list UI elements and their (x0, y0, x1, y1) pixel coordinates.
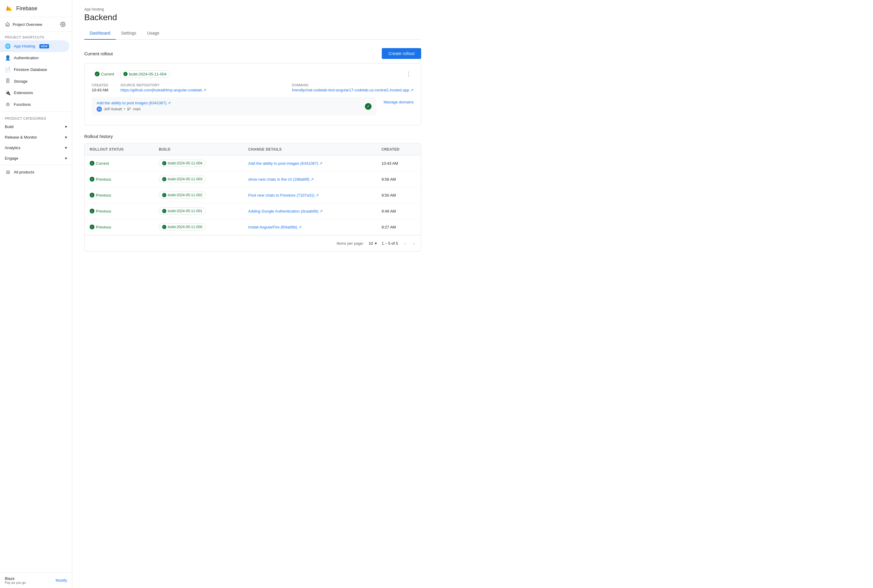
change-link[interactable]: show new chats in the UI (198a89f) ↗ (248, 177, 314, 182)
build-check-icon: ✓ (123, 72, 128, 76)
change-link[interactable]: Post new chats to Firestore (7107a31) ↗ (248, 193, 319, 198)
build-chip: ✓ build-2024-05-11-002 (159, 192, 206, 199)
sidebar-category-analytics[interactable]: Analytics ▾ (0, 142, 72, 153)
sidebar-category-release[interactable]: Release & Monitor ▾ (0, 132, 72, 142)
check-icon: ✓ (90, 161, 95, 166)
sidebar-item-extensions[interactable]: 🔌 Extensions (0, 87, 69, 99)
check-icon: ✓ (90, 193, 95, 198)
project-overview-link[interactable]: Project Overview (5, 22, 42, 27)
cell-status-4: ✓ Previous (85, 219, 154, 235)
check-icon: ✓ (90, 208, 95, 213)
home-icon (5, 22, 10, 27)
sidebar-category-label-analytics: Analytics (5, 146, 21, 150)
change-link[interactable]: Adding Google Authentication (dcaab0b) ↗ (248, 209, 323, 213)
sidebar-category-build[interactable]: Build ▾ (0, 122, 72, 132)
current-rollout-card: ✓ Current ✓ build-2024-05-11-004 ⋮ Creat… (84, 63, 421, 125)
sidebar-item-authentication[interactable]: 👤 Authentication (0, 52, 69, 64)
project-overview-row[interactable]: Project Overview (0, 17, 72, 32)
cell-status-2: ✓ Previous (85, 187, 154, 203)
page-title: Backend (84, 13, 421, 22)
items-per-page-select[interactable]: 10 ▾ (368, 241, 377, 246)
app-name: Firebase (16, 5, 37, 12)
breadcrumb: App Hosting (84, 7, 421, 11)
svg-point-1 (128, 108, 128, 108)
items-per-page-label: Items per page: (337, 241, 364, 246)
sidebar-item-label-functions: Functions (14, 102, 31, 107)
build-check-icon: ✓ (162, 225, 166, 229)
status-text: ✓ Previous (90, 208, 111, 213)
source-repo-label: Source repository (120, 83, 206, 87)
firestore-icon: 📄 (5, 67, 11, 72)
pagination-next-button[interactable]: › (412, 239, 416, 248)
col-build: Build (154, 144, 243, 155)
tab-settings[interactable]: Settings (116, 27, 142, 40)
cell-build-2: ✓ build-2024-05-11-002 (154, 187, 243, 203)
items-per-page-chevron: ▾ (375, 241, 377, 246)
commit-author: Jeff Huleatt (104, 107, 122, 111)
sidebar-item-all-products[interactable]: ⊞ All products (0, 166, 69, 178)
build-check-icon: ✓ (162, 161, 166, 165)
sidebar-item-firestore[interactable]: 📄 Firestore Database (0, 64, 69, 75)
card-top-row: ✓ Current ✓ build-2024-05-11-004 ⋮ (92, 69, 414, 78)
card-status-row: ✓ Current ✓ build-2024-05-11-004 (92, 70, 170, 78)
domains-meta: Domains friendlychat-codelab-test-angula… (292, 83, 414, 92)
cell-build-4: ✓ build-2024-05-11-000 (154, 219, 243, 235)
build-chip: ✓ build-2024-05-11-000 (159, 224, 206, 231)
plan-label: Blaze (5, 576, 26, 581)
cell-status-3: ✓ Previous (85, 203, 154, 219)
commit-info: Add the ability to post images (6341067)… (96, 101, 171, 112)
chevron-down-icon-analytics: ▾ (65, 146, 67, 150)
sidebar-item-functions[interactable]: ⚙ Functions (0, 99, 69, 110)
tab-bar: Dashboard Settings Usage (84, 27, 421, 40)
col-rollout-status: Rollout Status (85, 144, 154, 155)
tab-dashboard[interactable]: Dashboard (84, 27, 116, 40)
cell-created-1: 9:58 AM (377, 171, 421, 187)
commit-success-icon: ✓ (365, 103, 371, 110)
create-rollout-button[interactable]: Create rollout (382, 48, 421, 59)
current-rollout-title: Current rollout (84, 51, 113, 56)
pagination-range: 1 – 5 of 5 (382, 241, 398, 246)
change-link[interactable]: Add the ability to post images (6341067)… (248, 161, 323, 166)
build-chip: ✓ build-2024-05-11-001 (159, 207, 206, 214)
cell-change-3: Adding Google Authentication (dcaab0b) ↗ (243, 203, 377, 219)
check-icon: ✓ (95, 72, 99, 76)
plan-subtitle: Pay as you go (5, 581, 26, 584)
cell-change-2: Post new chats to Firestore (7107a31) ↗ (243, 187, 377, 203)
commit-section: Add the ability to post images (6341067)… (92, 97, 376, 119)
cell-build-1: ✓ build-2024-05-11-003 (154, 171, 243, 187)
sidebar-category-label-engage: Engage (5, 156, 18, 160)
tab-usage[interactable]: Usage (142, 27, 165, 40)
svg-point-2 (128, 110, 128, 110)
status-label: Current (101, 72, 114, 76)
pagination-row: Items per page: 10 ▾ 1 – 5 of 5 ‹ › (84, 235, 421, 251)
build-chip: ✓ build-2024-05-11-004 (159, 160, 206, 167)
sidebar-item-storage[interactable]: 🗄 Storage (0, 75, 69, 87)
col-change-details: Change details (243, 144, 377, 155)
current-status-chip: ✓ Current (92, 70, 117, 78)
sidebar-item-label-extensions: Extensions (14, 90, 33, 95)
source-repo-value: https://github.com/jhuleatt/tmp-angular-… (120, 88, 206, 92)
commit-link[interactable]: Add the ability to post images (6341067)… (96, 101, 171, 105)
settings-button[interactable] (59, 20, 67, 28)
storage-icon: 🗄 (5, 78, 11, 84)
sidebar-item-app-hosting[interactable]: 🌐 App Hosting NEW (0, 40, 69, 52)
created-value: 10:43 AM (92, 88, 108, 92)
chevron-down-icon-build: ▾ (65, 124, 67, 129)
modify-button[interactable]: Modify (56, 578, 67, 583)
check-icon: ✓ (90, 177, 95, 182)
manage-domains-link[interactable]: Manage domains (383, 100, 414, 104)
items-per-page-value: 10 (368, 241, 373, 246)
all-products-label: All products (14, 170, 34, 174)
cell-created-3: 9:49 AM (377, 203, 421, 219)
chevron-down-icon-release: ▾ (65, 135, 67, 140)
extensions-icon: 🔌 (5, 90, 11, 96)
three-dot-menu-button[interactable]: ⋮ (403, 69, 414, 78)
table-header-row: Rollout Status Build Change details Crea… (85, 144, 421, 155)
change-link[interactable]: Install AngularFire (f04a06b) ↗ (248, 225, 302, 230)
domains-link[interactable]: friendlychat-codelab-test-angular17-code… (292, 88, 414, 92)
pagination-prev-button[interactable]: ‹ (403, 239, 407, 248)
sidebar-category-engage[interactable]: Engage ▾ (0, 153, 72, 164)
source-repo-link[interactable]: https://github.com/jhuleatt/tmp-angular-… (120, 88, 206, 92)
blaze-info: Blaze Pay as you go (5, 576, 26, 584)
table-row: ✓ Previous✓ build-2024-05-11-003show new… (85, 171, 421, 187)
